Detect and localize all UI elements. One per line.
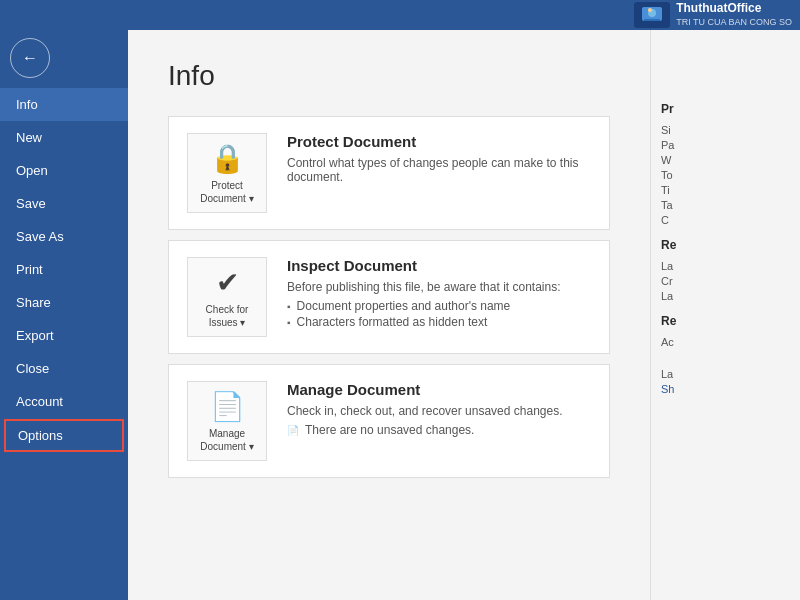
logo-text: ThuthuatOffice TRI TU CUA BAN CONG SO xyxy=(676,1,792,28)
inspect-content: Inspect Document Before publishing this … xyxy=(287,257,591,330)
bullet-item: ▪ Document properties and author's name xyxy=(287,298,591,314)
prop-pages: Pa xyxy=(661,139,790,151)
inspect-bullets: ▪ Document properties and author's name … xyxy=(287,298,591,330)
manage-section: 📄 ManageDocument ▾ Manage Document Check… xyxy=(168,364,610,478)
manage-button[interactable]: 📄 ManageDocument ▾ xyxy=(187,381,267,461)
manage-content: Manage Document Check in, check out, and… xyxy=(287,381,591,438)
prop-size: Si xyxy=(661,124,790,136)
manage-label: ManageDocument ▾ xyxy=(200,427,253,453)
related-author: Ac xyxy=(661,336,790,348)
related-created: Cr xyxy=(661,275,790,287)
manage-bullet-item: 📄 There are no unsaved changes. xyxy=(287,422,591,438)
related-last2: La xyxy=(661,290,790,302)
top-bar: ThuthuatOffice TRI TU CUA BAN CONG SO xyxy=(0,0,800,30)
related-title: Re xyxy=(661,238,790,252)
sidebar-item-save[interactable]: Save xyxy=(0,187,128,220)
inspect-title: Inspect Document xyxy=(287,257,591,274)
sidebar-item-info[interactable]: Info xyxy=(0,88,128,121)
show-link[interactable]: Sh xyxy=(661,383,790,395)
prop-time: Ti xyxy=(661,184,790,196)
bullet-text-2: Characters formatted as hidden text xyxy=(297,315,488,329)
related-last: La xyxy=(661,260,790,272)
inspect-button[interactable]: ✔ Check forIssues ▾ xyxy=(187,257,267,337)
bullet-item: ▪ Characters formatted as hidden text xyxy=(287,314,591,330)
prop-cat: C xyxy=(661,214,790,226)
prop-tags: Ta xyxy=(661,199,790,211)
prop-total: To xyxy=(661,169,790,181)
related2-title: Re xyxy=(661,314,790,328)
inspect-section: ✔ Check forIssues ▾ Inspect Document Bef… xyxy=(168,240,610,354)
sidebar: ← Info New Open Save Save As Print Share… xyxy=(0,30,128,600)
last-label: La xyxy=(661,368,790,380)
manage-bullet-text: There are no unsaved changes. xyxy=(305,423,474,437)
back-button[interactable]: ← xyxy=(10,38,50,78)
protect-desc: Control what types of changes people can… xyxy=(287,156,591,184)
lock-icon: 🔒 xyxy=(210,142,245,175)
sidebar-item-options[interactable]: Options xyxy=(4,419,124,452)
right-panel: Pr Si Pa W To Ti Ta C Re La Cr La Re Ac … xyxy=(650,30,800,600)
protect-button[interactable]: 🔒 ProtectDocument ▾ xyxy=(187,133,267,213)
sidebar-nav: Info New Open Save Save As Print Share E… xyxy=(0,88,128,453)
prop-words: W xyxy=(661,154,790,166)
sidebar-item-print[interactable]: Print xyxy=(0,253,128,286)
protect-title: Protect Document xyxy=(287,133,591,150)
manage-desc: Check in, check out, and recover unsaved… xyxy=(287,404,591,418)
svg-point-3 xyxy=(648,8,652,12)
bullet-text-1: Document properties and author's name xyxy=(297,299,511,313)
sidebar-item-close[interactable]: Close xyxy=(0,352,128,385)
manage-doc-icon: 📄 xyxy=(210,390,245,423)
logo-area: ThuthuatOffice TRI TU CUA BAN CONG SO xyxy=(634,1,792,28)
sidebar-item-saveas[interactable]: Save As xyxy=(0,220,128,253)
manage-title: Manage Document xyxy=(287,381,591,398)
manage-bullets: 📄 There are no unsaved changes. xyxy=(287,422,591,438)
sidebar-item-new[interactable]: New xyxy=(0,121,128,154)
protect-section: 🔒 ProtectDocument ▾ Protect Document Con… xyxy=(168,116,610,230)
inspect-desc: Before publishing this file, be aware th… xyxy=(287,280,591,294)
sidebar-item-share[interactable]: Share xyxy=(0,286,128,319)
svg-rect-1 xyxy=(644,19,660,21)
bullet-icon-2: ▪ xyxy=(287,317,291,328)
logo-icon xyxy=(634,2,670,28)
protect-label: ProtectDocument ▾ xyxy=(200,179,253,205)
manage-bullet-icon: 📄 xyxy=(287,425,299,436)
protect-content: Protect Document Control what types of c… xyxy=(287,133,591,188)
properties-title: Pr xyxy=(661,102,790,116)
main-layout: ← Info New Open Save Save As Print Share… xyxy=(0,30,800,600)
sidebar-item-account[interactable]: Account xyxy=(0,385,128,418)
bullet-icon-1: ▪ xyxy=(287,301,291,312)
content-area: Info 🔒 ProtectDocument ▾ Protect Documen… xyxy=(128,30,650,600)
sidebar-item-export[interactable]: Export xyxy=(0,319,128,352)
check-issues-icon: ✔ xyxy=(216,266,239,299)
page-title: Info xyxy=(168,60,610,92)
inspect-label: Check forIssues ▾ xyxy=(206,303,249,329)
sidebar-item-open[interactable]: Open xyxy=(0,154,128,187)
